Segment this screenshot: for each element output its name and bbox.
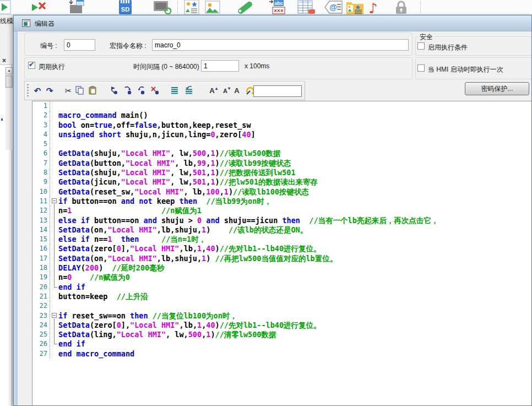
code-line[interactable]: 13else if button==on and shuju > 0 and s… [32,216,532,225]
list-icon[interactable] [169,85,180,96]
sd-card-icon[interactable]: SD [118,0,134,14]
download-icon[interactable] [68,0,85,14]
code-text: else if n==1 then //当n=1时， [58,235,206,244]
svg-text:SD: SD [121,6,129,13]
fold-gutter [50,321,58,330]
background-scrollbar[interactable]: ▲ [6,67,13,150]
code-line[interactable]: 17SetData(on,"Local HMI",lb,shuju,1) //再… [32,254,532,263]
code-line[interactable]: 26end if [32,339,532,349]
code-line[interactable]: 8SetData(shuju,"Local HMI", lw,501,1)//把… [32,168,532,177]
collapse-icon[interactable]: − [52,313,57,318]
periodic-checkbox[interactable]: ✔ [28,62,35,69]
macro-editor-dialog: 编辑器 编号 : 宏指令名称 : 安全 启用执行条件 ✔ 周期执行 时间间隔 (… [13,15,532,406]
line-number: 12 [32,206,50,215]
code-line[interactable]: 27end macro_command [32,349,532,359]
stop-simulation-icon[interactable] [30,0,47,14]
code-line[interactable]: 4unsigned short shuju,n,jicun,ling=0,zer… [32,130,532,139]
code-line[interactable]: 3bool on=true,off=false,button,keep,rese… [32,121,532,130]
cut-icon[interactable]: ✂ [63,85,74,96]
code-line[interactable]: 18DELAY(200) //延时200毫秒 [32,263,532,273]
macro-id-input[interactable] [64,39,95,51]
fold-toggle-icon[interactable]: − [50,197,58,206]
scrollbar-thumb[interactable] [6,75,13,88]
enable-condition-checkbox[interactable] [417,42,425,50]
code-line[interactable]: 22 [32,301,532,311]
fold-gutter [50,216,58,225]
fold-gutter [50,168,58,177]
macro-name-input[interactable] [152,39,409,51]
copy-icon[interactable] [74,85,85,96]
bookmark-clear-icon[interactable] [150,85,161,96]
picture-library-icon[interactable] [346,0,362,14]
line-number: 24 [32,321,50,330]
fold-gutter [50,283,58,292]
code-line[interactable]: 9GetData(jicun,"Local HMI", lw,501,1)//把… [32,177,532,187]
code-text: SetData(on,"Local HMI",lb,shuju,1) //该lb… [58,225,307,235]
bookmark-prev-icon[interactable] [135,85,146,96]
font-decrease-icon[interactable]: A▾ [220,85,231,96]
code-line[interactable]: 20end if [32,283,532,292]
bookmark-next-icon[interactable] [122,85,133,96]
dialog-titlebar[interactable]: 编辑器 [14,15,532,31]
fold-gutter [50,139,58,149]
code-line[interactable]: 5 [32,139,532,149]
goto-icon[interactable] [183,85,194,96]
toolbar-grip[interactable] [27,84,29,98]
recipe-table-icon[interactable] [297,0,314,14]
line-number: 5 [32,139,50,149]
font-increase-icon[interactable]: A▴ [207,85,218,96]
font-icon[interactable]: A [231,85,242,96]
startup-checkbox[interactable] [417,64,425,72]
security-lock-icon[interactable] [393,0,410,14]
code-line[interactable]: 10GetData(reset_sw,"Local HMI", lb,100,1… [32,187,532,197]
code-line[interactable]: 25SetData(ling,"Local HMI", lw,500,1)//清… [32,330,532,339]
code-text: SetData(zero[0],"Local HMI",lb,1,40)//先对… [58,321,321,330]
search-input[interactable] [253,85,302,97]
code-text: else if button==on and shuju > 0 and shu… [58,216,438,225]
code-line[interactable]: 1 [32,101,532,111]
redo-icon[interactable]: ↷ [44,85,55,96]
code-line[interactable]: 15else if n==1 then //当n=1时， [32,235,532,244]
code-editor[interactable]: 12macro_command main()3bool on=true,off=… [32,101,532,406]
code-line[interactable]: 16SetData(zero[0],"Local HMI",lb,1,40)//… [32,244,532,253]
code-line[interactable]: 24SetData(zero[0],"Local HMI",lb,1,40)//… [32,321,532,330]
code-line[interactable]: 2macro_command main() [32,111,532,120]
bookmark-add-icon[interactable] [108,85,119,96]
code-text: end if [58,283,85,292]
fold-gutter [50,349,58,359]
code-line[interactable]: 19n=0 //n赋值为0 [32,273,532,282]
scroll-up-icon[interactable]: ▲ [6,67,13,74]
fold-gutter [50,273,58,282]
code-line[interactable]: 12n=1 //n赋值为1 [32,206,532,215]
password-protect-button[interactable]: 密码保护... [465,82,529,95]
fold-toggle-icon[interactable]: − [50,311,58,321]
enable-condition-label: 启用执行条件 [428,43,468,52]
code-line[interactable]: 11−if button==on and not keep then //当lb… [32,197,532,206]
interval-input[interactable] [201,60,239,72]
fold-gutter [50,177,58,187]
sound-library-icon[interactable]: ♪ [367,0,383,14]
code-line[interactable]: 14SetData(on,"Local HMI",lb,shuju,1) //该… [32,225,532,235]
code-text: end if [58,339,85,349]
panel-close-icon[interactable]: × [2,57,6,64]
fold-gutter [50,225,58,235]
code-line[interactable]: 7GetData(button,"Local HMI", lb,99,1)//读… [32,159,532,168]
string-table-icon[interactable]: abc××× [269,0,285,14]
undo-icon[interactable]: ↶ [32,85,43,96]
collapse-icon[interactable]: − [52,198,57,203]
code-line[interactable]: 23−if reset_sw==on then //当复位lb100为on时， [32,311,532,321]
paste-icon[interactable] [87,85,98,96]
address-tag-icon[interactable]: @ [324,0,340,14]
line-number: 1 [32,101,50,111]
line-number: 22 [32,301,50,311]
picture-icon[interactable] [205,0,221,14]
label-tag-icon[interactable] [236,0,252,14]
code-line[interactable]: 21button=keep //上升沿 [32,292,532,301]
dialog-title: 编辑器 [35,19,55,29]
code-text: button=keep //上升沿 [58,292,148,301]
simulate-icon[interactable] [0,0,12,14]
code-line[interactable]: 6GetData(shuju,"Local HMI", lw,500,1)//读… [32,149,532,158]
screen-update-icon[interactable] [153,0,170,14]
asset-list-icon[interactable] [184,0,200,14]
code-text: SetData(zero[0],"Local HMI",lb,1,40)//先对… [58,244,321,253]
